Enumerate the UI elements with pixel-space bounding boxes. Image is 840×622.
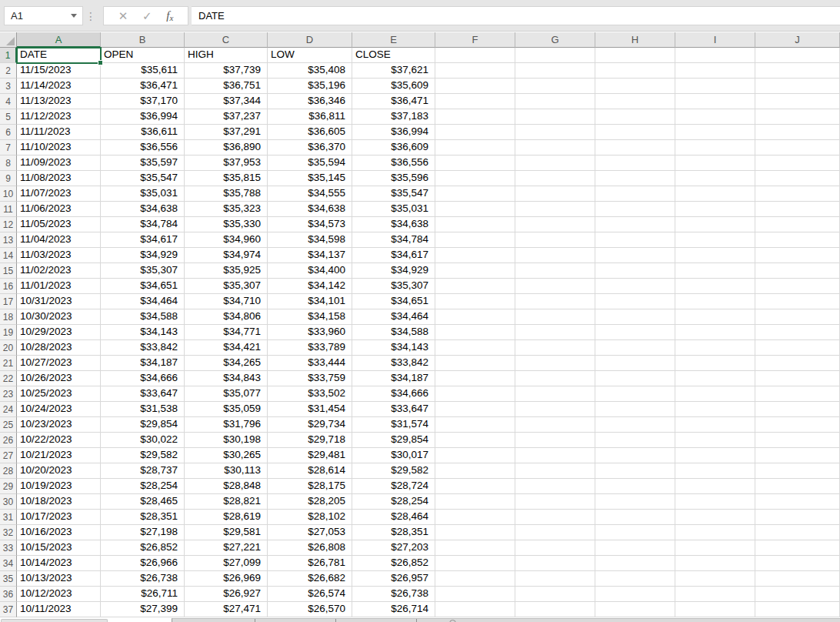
column-header-G[interactable]: G [515, 32, 595, 48]
cell-C30[interactable]: $28,821 [185, 494, 268, 510]
cell-D24[interactable]: $31,454 [268, 402, 352, 417]
column-header-I[interactable]: I [675, 32, 755, 48]
cell-C10[interactable]: $35,788 [185, 186, 268, 202]
cell-E7[interactable]: $36,609 [352, 140, 435, 156]
cell-F33[interactable] [435, 540, 515, 556]
cell-G12[interactable] [515, 217, 595, 232]
row-header-7[interactable]: 7 [0, 140, 17, 156]
cell-D28[interactable]: $28,614 [268, 463, 352, 479]
row-header-24[interactable]: 24 [0, 402, 17, 417]
cell-C24[interactable]: $35,059 [185, 402, 268, 417]
cell-H30[interactable] [595, 494, 675, 510]
cell-G33[interactable] [515, 540, 595, 556]
cell-E34[interactable]: $26,852 [352, 556, 435, 571]
cell-D2[interactable]: $35,408 [268, 63, 352, 79]
cell-C4[interactable]: $37,344 [185, 94, 268, 109]
cell-F16[interactable] [435, 279, 515, 294]
cell-B20[interactable]: $33,842 [101, 340, 185, 356]
cell-G24[interactable] [515, 402, 595, 417]
cell-J15[interactable] [755, 263, 840, 279]
cell-J22[interactable] [755, 371, 840, 386]
cell-H15[interactable] [595, 263, 675, 279]
cell-D8[interactable]: $35,594 [268, 156, 352, 171]
cell-A7[interactable]: 11/10/2023 [17, 140, 101, 156]
cell-F28[interactable] [435, 463, 515, 479]
cell-H28[interactable] [595, 463, 675, 479]
cell-F20[interactable] [435, 340, 515, 356]
cell-E37[interactable]: $26,714 [352, 602, 435, 617]
cell-I13[interactable] [675, 232, 755, 248]
cell-D7[interactable]: $36,370 [268, 140, 352, 156]
cell-J28[interactable] [755, 463, 840, 479]
cell-I33[interactable] [675, 540, 755, 556]
cell-I35[interactable] [675, 571, 755, 587]
cell-H6[interactable] [595, 125, 675, 140]
cell-H1[interactable] [595, 48, 675, 63]
cell-J19[interactable] [755, 325, 840, 340]
cell-E28[interactable]: $29,582 [352, 463, 435, 479]
cell-D34[interactable]: $26,781 [268, 556, 352, 571]
cell-C14[interactable]: $34,974 [185, 248, 268, 263]
cell-C8[interactable]: $37,953 [185, 156, 268, 171]
cell-H33[interactable] [595, 540, 675, 556]
cell-J30[interactable] [755, 494, 840, 510]
cell-D31[interactable]: $28,102 [268, 510, 352, 525]
cell-J18[interactable] [755, 309, 840, 325]
cell-G23[interactable] [515, 386, 595, 402]
cell-I8[interactable] [675, 156, 755, 171]
cell-I26[interactable] [675, 433, 755, 448]
cell-F32[interactable] [435, 525, 515, 540]
cell-B28[interactable]: $28,737 [101, 463, 185, 479]
column-header-D[interactable]: D [268, 32, 352, 48]
cell-H18[interactable] [595, 309, 675, 325]
cell-H23[interactable] [595, 386, 675, 402]
cell-E24[interactable]: $33,647 [352, 402, 435, 417]
cell-C29[interactable]: $28,848 [185, 479, 268, 494]
cell-B16[interactable]: $34,651 [101, 279, 185, 294]
cell-H11[interactable] [595, 202, 675, 217]
cell-G36[interactable] [515, 587, 595, 602]
cell-E17[interactable]: $34,651 [352, 294, 435, 309]
cell-A23[interactable]: 10/25/2023 [17, 386, 101, 402]
cell-I37[interactable] [675, 602, 755, 617]
cell-A1[interactable]: DATE [17, 48, 101, 63]
name-box-dropdown-icon[interactable] [71, 14, 77, 18]
cell-A24[interactable]: 10/24/2023 [17, 402, 101, 417]
cell-H22[interactable] [595, 371, 675, 386]
cell-A8[interactable]: 11/09/2023 [17, 156, 101, 171]
row-header-37[interactable]: 37 [0, 602, 17, 617]
cell-F30[interactable] [435, 494, 515, 510]
row-header-5[interactable]: 5 [0, 109, 17, 125]
cell-C11[interactable]: $35,323 [185, 202, 268, 217]
cell-D17[interactable]: $34,101 [268, 294, 352, 309]
cell-G26[interactable] [515, 433, 595, 448]
cell-C9[interactable]: $35,815 [185, 171, 268, 186]
cell-D9[interactable]: $35,145 [268, 171, 352, 186]
cell-C6[interactable]: $37,291 [185, 125, 268, 140]
cell-B23[interactable]: $33,647 [101, 386, 185, 402]
cell-E13[interactable]: $34,784 [352, 232, 435, 248]
cell-A17[interactable]: 10/31/2023 [17, 294, 101, 309]
cell-A29[interactable]: 10/19/2023 [17, 479, 101, 494]
column-header-F[interactable]: F [435, 32, 515, 48]
cell-A13[interactable]: 11/04/2023 [17, 232, 101, 248]
cell-C34[interactable]: $27,099 [185, 556, 268, 571]
row-header-29[interactable]: 29 [0, 479, 17, 494]
row-header-3[interactable]: 3 [0, 79, 17, 94]
cell-A27[interactable]: 10/21/2023 [17, 448, 101, 463]
cell-I20[interactable] [675, 340, 755, 356]
cell-G6[interactable] [515, 125, 595, 140]
cell-F7[interactable] [435, 140, 515, 156]
row-header-36[interactable]: 36 [0, 587, 17, 602]
cell-F25[interactable] [435, 417, 515, 433]
cell-E14[interactable]: $34,617 [352, 248, 435, 263]
cell-C1[interactable]: HIGH [185, 48, 268, 63]
cell-D1[interactable]: LOW [268, 48, 352, 63]
cell-B2[interactable]: $35,611 [101, 63, 185, 79]
cell-E19[interactable]: $34,588 [352, 325, 435, 340]
cell-B13[interactable]: $34,617 [101, 232, 185, 248]
cell-C21[interactable]: $34,265 [185, 356, 268, 371]
cell-F11[interactable] [435, 202, 515, 217]
cell-H31[interactable] [595, 510, 675, 525]
cell-B30[interactable]: $28,465 [101, 494, 185, 510]
